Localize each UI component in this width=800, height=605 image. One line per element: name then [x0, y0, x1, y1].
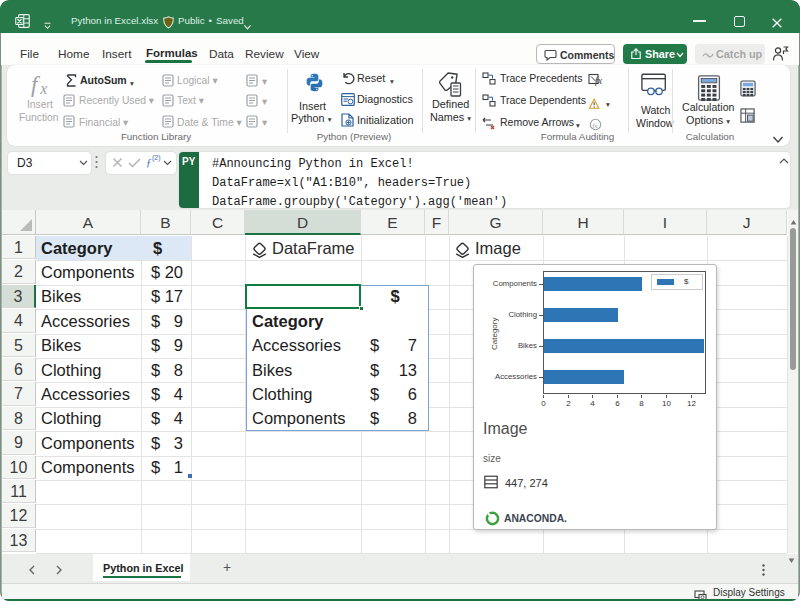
svg-text:x: x	[39, 80, 47, 97]
svg-text:fx: fx	[592, 122, 598, 129]
svg-text:fx: fx	[595, 75, 603, 86]
